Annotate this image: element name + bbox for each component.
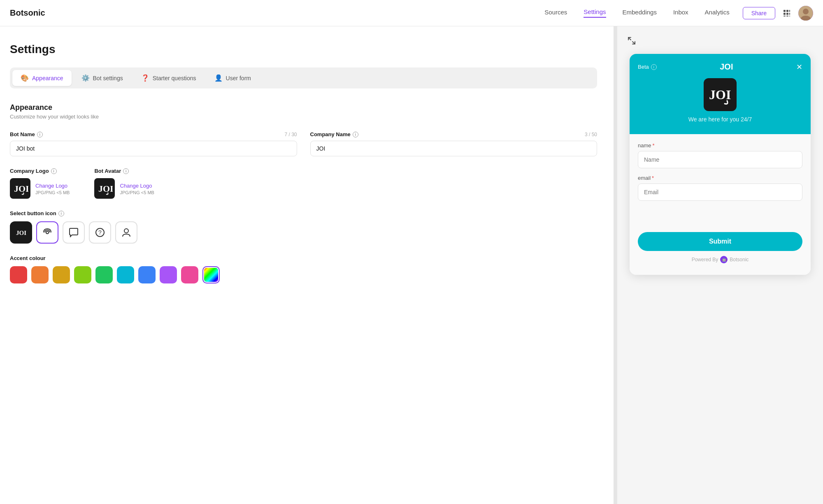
name-required-star: *	[653, 142, 655, 149]
grid-icon[interactable]	[782, 8, 792, 18]
nav-analytics[interactable]: Analytics	[705, 9, 730, 17]
main-layout: Settings 🎨 Appearance ⚙️ Bot settings ❓ …	[0, 26, 823, 504]
nav-embeddings[interactable]: Embeddings	[623, 9, 657, 17]
chat-logo-center: JOI We are here for you 24/7	[638, 78, 802, 123]
nav-settings[interactable]: Settings	[584, 8, 606, 18]
bot-avatar-group: Bot Avatar i JOI Change Logo JPG/PNG <5 …	[94, 168, 154, 199]
svg-text:?: ?	[98, 229, 102, 236]
svg-point-10	[803, 9, 809, 14]
svg-point-15	[46, 231, 49, 234]
powered-by-icon: 🤖	[720, 256, 728, 263]
chat-widget: Beta i JOI ✕ JOI We are here for you	[630, 54, 811, 275]
chat-beta: Beta i	[638, 64, 657, 70]
button-icon-radio[interactable]	[36, 221, 58, 244]
bot-avatar-info-icon[interactable]: i	[123, 168, 129, 174]
svg-rect-1	[786, 10, 788, 12]
email-required-star: *	[652, 175, 654, 181]
chat-logo: JOI	[704, 78, 737, 111]
bot-avatar-info: Change Logo JPG/PNG <5 MB	[120, 182, 154, 195]
app-logo: Botsonic	[10, 8, 45, 18]
name-field-group: name *	[638, 142, 802, 168]
expand-button[interactable]	[625, 35, 638, 49]
svg-rect-3	[783, 13, 786, 15]
bot-avatar-preview: JOI	[94, 178, 115, 199]
scrollbar-divider	[614, 26, 617, 504]
email-field-group: email *	[638, 175, 802, 201]
accent-rainbow[interactable]	[202, 266, 220, 283]
appearance-section-title: Appearance	[10, 103, 597, 112]
svg-text:JOI: JOI	[16, 230, 26, 236]
header-actions: Share	[743, 6, 813, 21]
button-icon-info-icon[interactable]: i	[58, 211, 64, 216]
svg-point-18	[124, 229, 128, 233]
button-icons-row: JOI ?	[10, 221, 597, 244]
accent-red[interactable]	[10, 266, 27, 283]
accent-green[interactable]	[95, 266, 113, 283]
svg-rect-4	[786, 13, 788, 15]
company-logo-format: JPG/PNG <5 MB	[35, 190, 70, 195]
bot-avatar-label: Bot Avatar i	[94, 168, 154, 174]
tab-appearance[interactable]: 🎨 Appearance	[12, 70, 72, 86]
chat-header-top: Beta i JOI ✕	[638, 62, 802, 72]
button-icon-chat[interactable]	[63, 221, 85, 244]
company-logo-change-link[interactable]: Change Logo	[35, 183, 67, 189]
svg-rect-8	[789, 16, 790, 16]
chat-submit-button[interactable]: Submit	[638, 232, 802, 251]
bot-name-field-group: Bot Name i 7 / 30	[10, 131, 297, 156]
chat-tagline: We are here for you 24/7	[688, 116, 752, 123]
button-icon-question[interactable]: ?	[89, 221, 111, 244]
tab-starter-questions[interactable]: ❓ Starter questions	[133, 70, 205, 86]
logo-row: Company Logo i JOI Change Logo JPG/PNG <…	[10, 168, 597, 199]
tab-bot-settings[interactable]: ⚙️ Bot settings	[73, 70, 131, 86]
bot-name-label: Bot Name i	[10, 131, 43, 137]
company-name-label-row: Company Name i 3 / 50	[310, 131, 597, 137]
accent-teal[interactable]	[117, 266, 134, 283]
accent-colour-label: Accent colour	[10, 255, 597, 261]
email-field-label: email *	[638, 175, 802, 181]
button-icon-person[interactable]	[115, 221, 137, 244]
svg-text:JOI: JOI	[14, 183, 28, 194]
company-name-field-group: Company Name i 3 / 50	[310, 131, 597, 156]
chat-title: JOI	[720, 62, 733, 72]
accent-yellow[interactable]	[53, 266, 70, 283]
chat-close-button[interactable]: ✕	[796, 63, 802, 72]
powered-by: Powered By 🤖 Botsonic	[638, 256, 802, 267]
company-logo-info-icon[interactable]: i	[51, 168, 57, 174]
right-panel: Beta i JOI ✕ JOI We are here for you	[617, 26, 823, 504]
company-logo-info: Change Logo JPG/PNG <5 MB	[35, 182, 70, 195]
appearance-tab-icon: 🎨	[21, 74, 29, 82]
bot-name-info-icon[interactable]: i	[37, 132, 43, 137]
svg-rect-2	[789, 10, 790, 12]
nav-inbox[interactable]: Inbox	[673, 9, 688, 17]
tab-user-form[interactable]: 👤 User form	[206, 70, 259, 86]
bot-avatar-format: JPG/PNG <5 MB	[120, 190, 154, 195]
header: Botsonic Sources Settings Embeddings Inb…	[0, 0, 823, 26]
accent-pink[interactable]	[181, 266, 198, 283]
chat-name-input[interactable]	[638, 151, 802, 168]
nav-sources[interactable]: Sources	[544, 9, 567, 17]
bot-avatar-change-link[interactable]: Change Logo	[120, 183, 152, 189]
svg-rect-5	[789, 13, 790, 15]
left-panel: Settings 🎨 Appearance ⚙️ Bot settings ❓ …	[0, 26, 614, 504]
accent-orange[interactable]	[31, 266, 49, 283]
accent-purple[interactable]	[160, 266, 177, 283]
chat-header: Beta i JOI ✕ JOI We are here for you	[630, 54, 811, 134]
bot-avatar-upload: JOI Change Logo JPG/PNG <5 MB	[94, 178, 154, 199]
button-icon-label: Select button icon i	[10, 210, 597, 216]
chat-email-input[interactable]	[638, 183, 802, 201]
button-icon-joi[interactable]: JOI	[10, 221, 32, 244]
accent-lime[interactable]	[74, 266, 91, 283]
main-nav: Sources Settings Embeddings Inbox Analyt…	[544, 8, 729, 18]
accent-colour-row	[10, 266, 597, 283]
chat-body: name * email * Submit Powered By 🤖	[630, 134, 811, 275]
user-avatar[interactable]	[798, 6, 813, 21]
beta-info-icon[interactable]: i	[651, 64, 657, 70]
company-name-input[interactable]	[310, 141, 597, 156]
share-button[interactable]: Share	[743, 7, 775, 19]
company-name-info-icon[interactable]: i	[353, 132, 358, 137]
bot-name-input[interactable]	[10, 141, 297, 156]
svg-rect-0	[783, 10, 786, 12]
svg-rect-7	[786, 16, 788, 16]
accent-blue[interactable]	[138, 266, 156, 283]
svg-text:JOI: JOI	[98, 183, 113, 194]
